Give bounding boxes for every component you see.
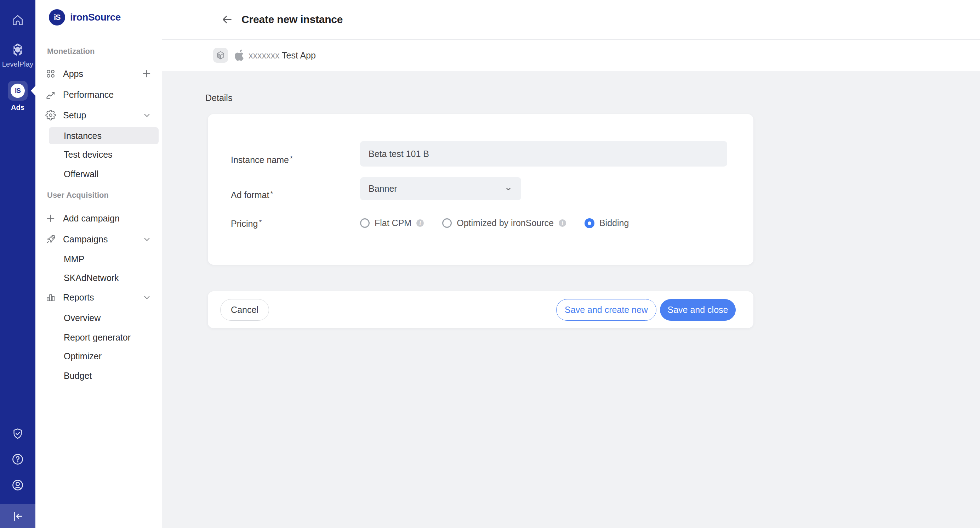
page-title: Create new instance (242, 13, 343, 26)
details-section-label: Details (205, 93, 232, 103)
sidebar-item-add-campaign[interactable]: Add campaign (45, 210, 155, 227)
chevron-down-icon (504, 185, 513, 193)
ad-format-value: Banner (369, 183, 397, 194)
compliance-button[interactable] (0, 428, 35, 440)
radio-bidding[interactable]: Bidding (584, 218, 629, 228)
radio-flat-cpm[interactable]: Flat CPM i (360, 218, 424, 228)
required-asterisk: * (270, 190, 273, 197)
app-cube-icon (213, 48, 228, 63)
ironsource-logo[interactable]: iS ironSource (49, 9, 121, 26)
details-card: Instance name* Ad format* Banner Pricing… (208, 114, 753, 265)
ads-button[interactable]: iS (8, 81, 28, 100)
required-asterisk: * (259, 218, 262, 226)
sidebar-item-test-devices[interactable]: Test devices (57, 146, 155, 163)
actions-card: Cancel Save and create new Save and clos… (208, 291, 753, 328)
required-asterisk: * (290, 155, 293, 162)
sidebar-item-label: Setup (63, 110, 86, 120)
radio-circle-icon (442, 218, 452, 228)
app-bar: xxxxxxx Test App (162, 40, 980, 71)
app-name-text: Test App (282, 50, 316, 60)
sidebar-item-skadnetwork[interactable]: SKAdNetwork (57, 269, 155, 286)
sidebar-item-report-generator[interactable]: Report generator (57, 329, 155, 346)
help-button[interactable] (0, 453, 35, 466)
ads-is-icon: iS (11, 84, 25, 98)
ironsource-logo-icon: iS (49, 9, 65, 26)
sidebar: iS ironSource Monetization Apps Performa… (35, 0, 162, 528)
radio-label: Flat CPM (375, 218, 411, 228)
pricing-label: Pricing* (231, 218, 262, 229)
app-id-masked: xxxxxxx (248, 50, 280, 60)
section-user-acquisition: User Acquisition (47, 191, 109, 200)
chevron-down-icon (142, 234, 151, 244)
ads-selected-notch (31, 86, 35, 96)
instance-name-label: Instance name* (231, 155, 293, 165)
info-icon[interactable]: i (559, 219, 566, 227)
sidebar-item-budget[interactable]: Budget (57, 367, 155, 384)
main-area: Create new instance xxxxxxx Test App Det… (35, 0, 980, 528)
radio-circle-icon (360, 218, 370, 228)
ad-format-label: Ad format* (231, 190, 273, 200)
sidebar-item-label: Performance (63, 90, 114, 100)
add-app-button[interactable] (142, 69, 151, 79)
sidebar-item-offerwall[interactable]: Offerwall (57, 166, 155, 182)
levelplay-icon (10, 42, 25, 57)
section-monetization: Monetization (47, 47, 94, 56)
radio-circle-selected-icon (584, 218, 595, 228)
cancel-button[interactable]: Cancel (220, 299, 269, 321)
sidebar-item-apps[interactable]: Apps (45, 65, 155, 82)
collapse-sidebar-button[interactable] (0, 504, 35, 528)
apps-icon (45, 69, 56, 79)
sidebar-item-label: Campaigns (63, 234, 108, 244)
radio-label: Bidding (600, 218, 629, 228)
rocket-icon (45, 234, 56, 244)
sidebar-item-performance[interactable]: Performance (45, 86, 155, 103)
sidebar-item-instances[interactable]: Instances (49, 127, 159, 144)
levelplay-button[interactable]: LevelPlay (0, 42, 35, 69)
ads-label: Ads (0, 104, 35, 112)
bar-chart-icon (45, 292, 56, 303)
account-button[interactable] (0, 479, 35, 492)
home-icon (11, 13, 24, 27)
sidebar-item-setup[interactable]: Setup (45, 107, 155, 124)
sidebar-item-reports[interactable]: Reports (45, 289, 155, 306)
account-icon (11, 479, 24, 492)
chevron-down-icon (142, 110, 151, 120)
shield-check-icon (11, 428, 24, 440)
radio-optimized[interactable]: Optimized by ironSource i (442, 218, 566, 228)
home-button[interactable] (0, 13, 35, 27)
radio-label: Optimized by ironSource (457, 218, 554, 228)
back-button[interactable] (218, 11, 235, 28)
sidebar-item-campaigns[interactable]: Campaigns (45, 231, 155, 248)
sidebar-item-label: Reports (63, 292, 94, 303)
back-arrow-icon (221, 13, 233, 26)
levelplay-label: LevelPlay (2, 60, 33, 69)
gear-icon (45, 110, 56, 120)
sidebar-item-label: Add campaign (63, 213, 120, 223)
product-rail: LevelPlay iS Ads (0, 0, 35, 528)
save-and-close-button[interactable]: Save and close (660, 299, 736, 321)
pricing-radio-group: Flat CPM i Optimized by ironSource i Bid… (360, 218, 629, 228)
instance-name-input[interactable] (360, 141, 727, 167)
sidebar-item-overview[interactable]: Overview (57, 309, 155, 326)
help-icon (11, 453, 24, 466)
plus-icon (45, 213, 56, 223)
performance-icon (45, 89, 56, 100)
info-icon[interactable]: i (416, 219, 424, 227)
sidebar-item-optimizer[interactable]: Optimizer (57, 348, 155, 365)
ad-format-select[interactable]: Banner (360, 177, 521, 200)
app-name: xxxxxxx Test App (248, 50, 316, 61)
save-and-create-new-button[interactable]: Save and create new (556, 299, 656, 321)
sidebar-item-label: Apps (63, 69, 83, 79)
chevron-down-icon (142, 293, 151, 302)
apple-icon (233, 49, 247, 62)
ironsource-wordmark: ironSource (70, 12, 121, 23)
sidebar-item-mmp[interactable]: MMP (57, 250, 155, 268)
collapse-icon (11, 509, 25, 523)
